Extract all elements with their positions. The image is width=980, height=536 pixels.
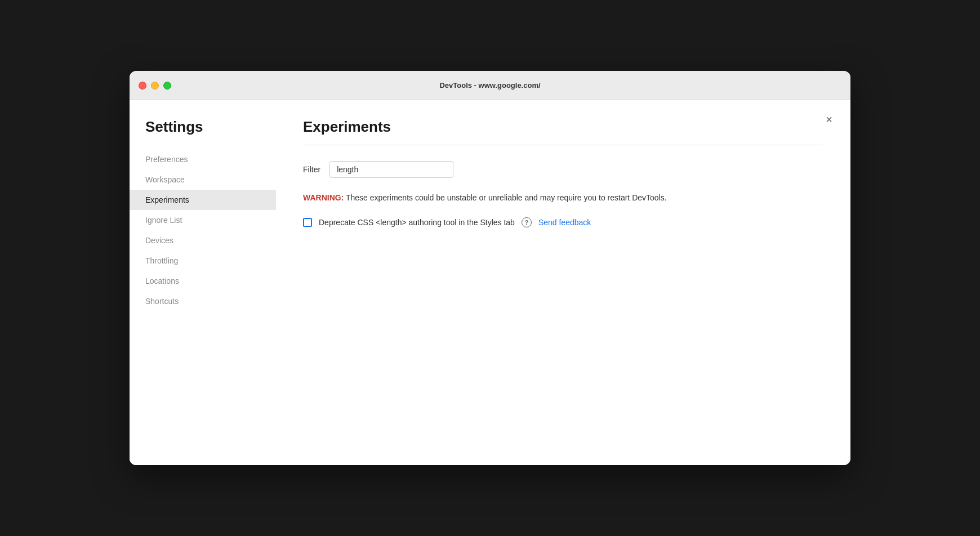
warning-body: These experiments could be unstable or u…	[344, 193, 666, 202]
warning-box: WARNING: These experiments could be unst…	[303, 191, 823, 204]
sidebar-item-devices[interactable]: Devices	[130, 230, 276, 251]
sidebar-item-preferences[interactable]: Preferences	[130, 149, 276, 169]
warning-text: WARNING: These experiments could be unst…	[303, 191, 823, 204]
send-feedback-link[interactable]: Send feedback	[538, 218, 591, 227]
sidebar-item-shortcuts[interactable]: Shortcuts	[130, 291, 276, 311]
page-title: Experiments	[303, 118, 823, 136]
devtools-window: DevTools - www.google.com/ Settings Pref…	[130, 71, 850, 465]
sidebar-item-ignore-list[interactable]: Ignore List	[130, 210, 276, 230]
sidebar: Settings Preferences Workspace Experimen…	[130, 100, 276, 465]
sidebar-item-throttling[interactable]: Throttling	[130, 251, 276, 271]
experiment-label-deprecate-css-length: Deprecate CSS <length> authoring tool in…	[319, 218, 515, 227]
sidebar-nav: Preferences Workspace Experiments Ignore…	[130, 149, 276, 311]
experiment-checkbox-deprecate-css-length[interactable]	[303, 218, 312, 227]
filter-label: Filter	[303, 165, 320, 174]
help-icon[interactable]: ?	[522, 217, 532, 227]
experiment-item-deprecate-css-length: Deprecate CSS <length> authoring tool in…	[303, 217, 823, 227]
maximize-traffic-light[interactable]	[163, 82, 171, 90]
sidebar-item-experiments[interactable]: Experiments	[130, 190, 276, 210]
sidebar-item-workspace[interactable]: Workspace	[130, 169, 276, 190]
titlebar: DevTools - www.google.com/	[130, 71, 850, 100]
close-button[interactable]: ×	[821, 111, 837, 127]
sidebar-item-locations[interactable]: Locations	[130, 271, 276, 291]
traffic-lights	[139, 82, 171, 90]
window-title: DevTools - www.google.com/	[439, 81, 540, 90]
warning-label: WARNING:	[303, 193, 344, 202]
minimize-traffic-light[interactable]	[151, 82, 159, 90]
main-panel: × Experiments Filter WARNING: These expe…	[276, 100, 850, 465]
filter-row: Filter	[303, 161, 823, 178]
content-area: Settings Preferences Workspace Experimen…	[130, 100, 850, 465]
filter-input[interactable]	[329, 161, 453, 178]
settings-heading: Settings	[130, 118, 276, 149]
close-traffic-light[interactable]	[139, 82, 146, 90]
title-divider	[303, 145, 823, 145]
